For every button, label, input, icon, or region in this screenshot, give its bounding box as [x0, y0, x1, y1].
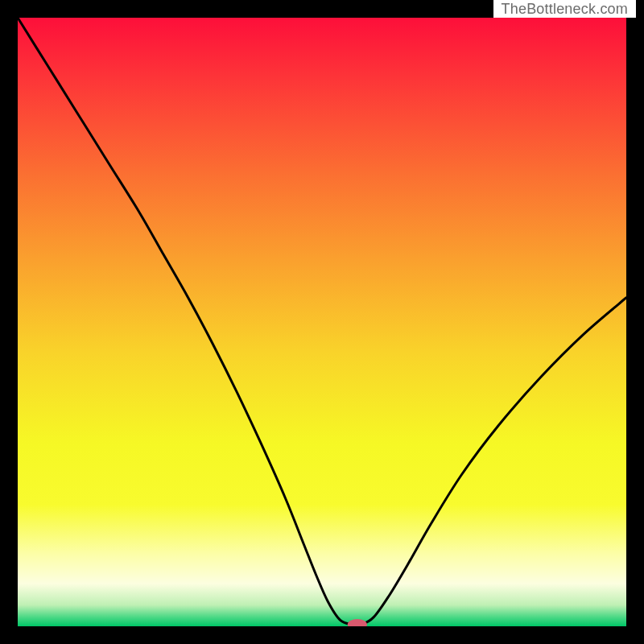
chart-frame: TheBottleneck.com [0, 0, 644, 644]
plot-background [18, 18, 626, 626]
attribution-label: TheBottleneck.com [493, 0, 636, 18]
bottleneck-plot [18, 18, 626, 626]
